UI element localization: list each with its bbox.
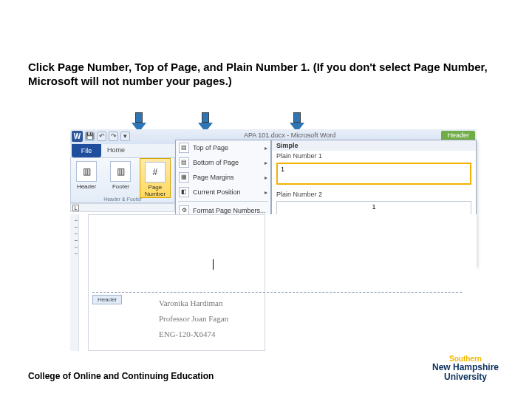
tab-file[interactable]: File bbox=[72, 144, 101, 157]
menu-separator bbox=[178, 201, 268, 202]
bottom-of-page-icon: ▤ bbox=[179, 157, 189, 168]
menu-current-label: Current Position bbox=[193, 188, 241, 196]
footer-text: College of Online and Continuing Educati… bbox=[28, 371, 214, 381]
footer-label: Footer bbox=[112, 183, 129, 190]
ribbon-header-footer-group: ▥ Header ▥ Footer # Page Number Header &… bbox=[70, 157, 175, 203]
gallery-plain-number-1[interactable]: 1 bbox=[276, 163, 471, 185]
tab-selector[interactable]: L bbox=[72, 205, 79, 211]
menu-bottom-label: Bottom of Page bbox=[193, 159, 239, 166]
logo-line-3: University bbox=[421, 372, 510, 382]
gallery-section-simple: Simple bbox=[272, 140, 476, 151]
current-position-icon: ◧ bbox=[179, 187, 189, 197]
doc-line-2: Professor Joan Fagan bbox=[159, 311, 228, 327]
document-area: Header Varonika Hardiman Professor Joan … bbox=[70, 214, 477, 351]
footer-icon: ▥ bbox=[110, 161, 131, 182]
vertical-ruler bbox=[70, 214, 79, 351]
menu-current-position[interactable]: ◧ Current Position ▸ bbox=[176, 185, 270, 200]
header-tag: Header bbox=[92, 295, 122, 304]
group-label: Header & Footer bbox=[71, 197, 174, 202]
undo-icon[interactable]: ↶ bbox=[97, 132, 106, 141]
menu-top-label: Top of Page bbox=[193, 144, 228, 151]
header-icon: ▥ bbox=[76, 161, 97, 182]
doc-line-1: Varonika Hardiman bbox=[159, 296, 228, 311]
tab-home[interactable]: Home bbox=[107, 146, 125, 154]
menu-top-of-page[interactable]: ▤ Top of Page ▸ bbox=[176, 140, 270, 155]
chevron-right-icon: ▸ bbox=[265, 160, 267, 166]
footer-button[interactable]: ▥ Footer bbox=[105, 158, 136, 190]
qat-more-icon[interactable]: ▾ bbox=[120, 132, 130, 141]
word-icon[interactable]: W bbox=[72, 131, 83, 142]
page-margins-icon: ▦ bbox=[179, 172, 189, 183]
preview-1-num: 1 bbox=[281, 166, 284, 173]
preview-2-num: 1 bbox=[372, 203, 375, 211]
header-boundary bbox=[92, 292, 462, 293]
window-title: APA 101.docx - Microsoft Word bbox=[244, 132, 335, 139]
chevron-right-icon: ▸ bbox=[265, 189, 267, 196]
menu-format-label: Format Page Numbers... bbox=[193, 207, 266, 214]
menu-bottom-of-page[interactable]: ▤ Bottom of Page ▸ bbox=[176, 155, 270, 170]
gallery-label-plain-2: Plain Number 2 bbox=[272, 189, 476, 200]
page-number-icon: # bbox=[145, 162, 166, 183]
quick-access-toolbar: W 💾 ↶ ↷ ▾ bbox=[72, 131, 130, 142]
doc-line-3: ENG-120-X6474 bbox=[159, 327, 228, 342]
horizontal-ruler: L bbox=[70, 203, 175, 212]
header-label: Header bbox=[77, 183, 96, 190]
chevron-right-icon: ▸ bbox=[265, 145, 267, 151]
instruction-text: Click Page Number, Top of Page, and Plai… bbox=[28, 61, 501, 89]
context-tab-header[interactable]: Header bbox=[441, 131, 475, 140]
word-screenshot: W 💾 ↶ ↷ ▾ APA 101.docx - Microsoft Word … bbox=[70, 129, 477, 351]
page-number-label: Page Number bbox=[145, 184, 166, 197]
text-cursor bbox=[213, 259, 214, 270]
header-button[interactable]: ▥ Header bbox=[71, 158, 102, 190]
menu-margins-label: Page Margins bbox=[193, 174, 234, 181]
page-number-button[interactable]: # Page Number bbox=[140, 158, 171, 198]
menu-page-margins[interactable]: ▦ Page Margins ▸ bbox=[176, 170, 270, 185]
redo-icon[interactable]: ↷ bbox=[109, 132, 118, 141]
snhu-logo: Southern New Hampshire University bbox=[421, 355, 510, 382]
chevron-right-icon: ▸ bbox=[265, 174, 267, 181]
save-icon[interactable]: 💾 bbox=[85, 132, 95, 141]
top-of-page-icon: ▤ bbox=[179, 143, 189, 153]
document-body-text: Varonika Hardiman Professor Joan Fagan E… bbox=[159, 296, 228, 342]
gallery-label-plain-1: Plain Number 1 bbox=[272, 151, 476, 161]
